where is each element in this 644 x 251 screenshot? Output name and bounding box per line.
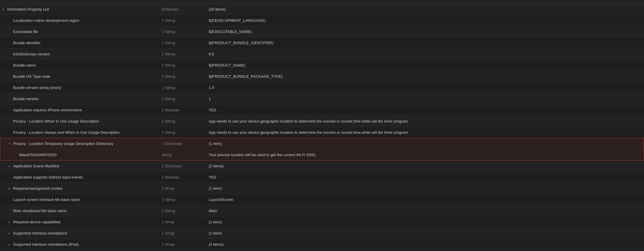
chevron-right-icon[interactable]: ▸ [9, 220, 13, 224]
key-cell: ▾Information Property List [0, 4, 159, 15]
value-cell: Your precise location will be used to ge… [207, 149, 644, 161]
key-cell: Bundle identifier [0, 37, 159, 49]
stepper-control[interactable]: ▲▼ [162, 130, 164, 135]
chevron-right-icon[interactable]: ▸ [9, 164, 13, 168]
value-cell: (20 items) [207, 4, 644, 15]
type-label: String [165, 97, 175, 101]
chevron-down-icon[interactable]: ▾ [3, 8, 7, 11]
stepper-control[interactable]: ▲▼ [162, 119, 164, 124]
stepper-control[interactable]: ▲▼ [162, 18, 164, 23]
key-label: Supported interface orientations [13, 231, 67, 235]
key-cell: ▸Supported interface orientations [0, 228, 159, 239]
table-row[interactable]: ▸Application Scene Manifest▲▼Dictionary(… [0, 161, 644, 172]
type-label: String [165, 130, 175, 135]
type-cell: ▲▼Array [159, 217, 207, 228]
key-label: Privacy - Location Always and When In Us… [13, 130, 120, 135]
table-row[interactable]: Bundle version string (short)▲▼String1.0 [0, 82, 644, 93]
table-row[interactable]: Main storyboard file base name▲▼StringMa… [0, 205, 644, 217]
type-cell: ▲▼String [159, 15, 207, 26]
key-label: Launch screen interface file base name [13, 197, 80, 202]
type-label: Dictionary [165, 164, 182, 168]
key-cell: WantsToGetWiFiSSID [0, 149, 159, 161]
type-label: Array [165, 186, 174, 191]
table-row[interactable]: Launch screen interface file base name▲▼… [0, 194, 644, 205]
stepper-control[interactable]: ▲▼ [162, 97, 164, 101]
stepper-control[interactable]: ▲▼ [162, 108, 164, 113]
key-label: Required device capabilities [13, 220, 61, 224]
table-row[interactable]: Bundle version▲▼String1 [0, 93, 644, 105]
stepper-control[interactable]: ▲▼ [162, 29, 164, 34]
stepper-control[interactable]: ▲▼ [162, 242, 164, 247]
stepper-control[interactable]: ▲▼ [162, 175, 164, 180]
key-cell: ▾Privacy - Location Temporary Usage Desc… [0, 138, 159, 149]
table-row[interactable]: InfoDictionary version▲▼String6.0 [0, 49, 644, 60]
table-row[interactable]: Privacy - Location When In Use Usage Des… [0, 116, 644, 127]
table-row[interactable]: WantsToGetWiFiSSIDStringYour precise loc… [0, 149, 644, 161]
table-row[interactable]: ▸Required device capabilities▲▼Array(1 i… [0, 217, 644, 228]
stepper-control[interactable]: ▲▼ [162, 209, 164, 213]
type-cell: ▲▼Dictionary [159, 138, 207, 149]
stepper-control[interactable]: ▲▼ [162, 141, 164, 146]
table-row[interactable]: Application requires iPhone environment▲… [0, 105, 644, 116]
type-label: Dictionary [165, 141, 182, 146]
stepper-control[interactable]: ▲▼ [162, 186, 164, 191]
type-cell: ▲▼String [159, 37, 207, 49]
table-row[interactable]: ▸Supported interface orientations (iPad)… [0, 239, 644, 250]
type-label: String [165, 63, 175, 67]
type-label: String [165, 29, 175, 34]
table-row[interactable]: Application supports indirect input even… [0, 172, 644, 183]
type-label: String [165, 74, 175, 79]
type-cell: ▲▼Dictionary [159, 161, 207, 172]
type-label: Dictionary [162, 7, 179, 11]
table-row[interactable]: Bundle OS Type code▲▼String$(PRODUCT_BUN… [0, 71, 644, 82]
key-cell: InfoDictionary version [0, 49, 159, 60]
stepper-control[interactable]: ▲▼ [162, 85, 164, 90]
stepper-control[interactable]: ▲▼ [162, 52, 164, 57]
table-row[interactable]: Bundle identifier▲▼String$(PRODUCT_BUNDL… [0, 37, 644, 49]
key-cell: ▸Supported interface orientations (iPad) [0, 239, 159, 250]
value-cell: 1.0 [207, 82, 644, 93]
stepper-control[interactable]: ▲▼ [162, 41, 164, 45]
stepper-control[interactable]: ▲▼ [162, 231, 164, 236]
key-label: Application requires iPhone environment [13, 108, 82, 112]
key-cell: Privacy - Location When In Use Usage Des… [0, 116, 159, 127]
table-row[interactable]: ▸Required background modes▲▼Array(1 item… [0, 183, 644, 194]
table-row[interactable]: ▸Supported interface orientations▲▼Array… [0, 228, 644, 239]
key-label: Executable file [13, 29, 38, 34]
type-label: String [165, 119, 175, 123]
plist-table: ▾Information Property ListDictionary(20 … [0, 0, 644, 250]
type-cell: ▲▼Array [159, 183, 207, 194]
table-row[interactable]: Localization native development region▲▼… [0, 15, 644, 26]
value-cell: (4 items) [207, 239, 644, 250]
table-row[interactable]: Privacy - Location Always and When In Us… [0, 127, 644, 138]
table-row[interactable]: Executable file▲▼String$(EXECUTABLE_NAME… [0, 26, 644, 37]
chevron-right-icon[interactable]: ▸ [9, 187, 13, 190]
key-cell: Bundle version string (short) [0, 82, 159, 93]
table-row[interactable]: ▾Privacy - Location Temporary Usage Desc… [0, 138, 644, 149]
stepper-control[interactable]: ▲▼ [162, 63, 164, 68]
type-cell: String [159, 149, 207, 161]
value-cell: 6.0 [207, 49, 644, 60]
stepper-control[interactable]: ▲▼ [162, 164, 164, 169]
chevron-down-icon[interactable]: ▾ [9, 142, 13, 145]
type-label: String [165, 197, 175, 202]
stepper-control[interactable]: ▲▼ [162, 220, 164, 224]
stepper-control[interactable]: ▲▼ [162, 197, 164, 202]
key-cell: Main storyboard file base name [0, 205, 159, 217]
key-label: Privacy - Location Temporary Usage Descr… [13, 141, 113, 146]
chevron-right-icon[interactable]: ▸ [9, 243, 13, 246]
type-column-header [159, 0, 207, 4]
key-label: Bundle name [13, 63, 36, 67]
chevron-right-icon[interactable]: ▸ [9, 232, 13, 235]
stepper-control[interactable]: ▲▼ [162, 74, 164, 79]
value-cell: (1 item) [207, 217, 644, 228]
type-label: String [165, 18, 175, 23]
key-cell: ▸Required background modes [0, 183, 159, 194]
table-row[interactable]: Bundle name▲▼String$(PRODUCT_NAME) [0, 60, 644, 71]
key-cell: Bundle version [0, 93, 159, 105]
type-cell: ▲▼Boolean [159, 172, 207, 183]
type-label: Boolean [165, 175, 179, 179]
table-row[interactable]: ▾Information Property ListDictionary(20 … [0, 4, 644, 15]
value-cell: (1 item) [207, 228, 644, 239]
key-label: Privacy - Location When In Use Usage Des… [13, 119, 99, 123]
